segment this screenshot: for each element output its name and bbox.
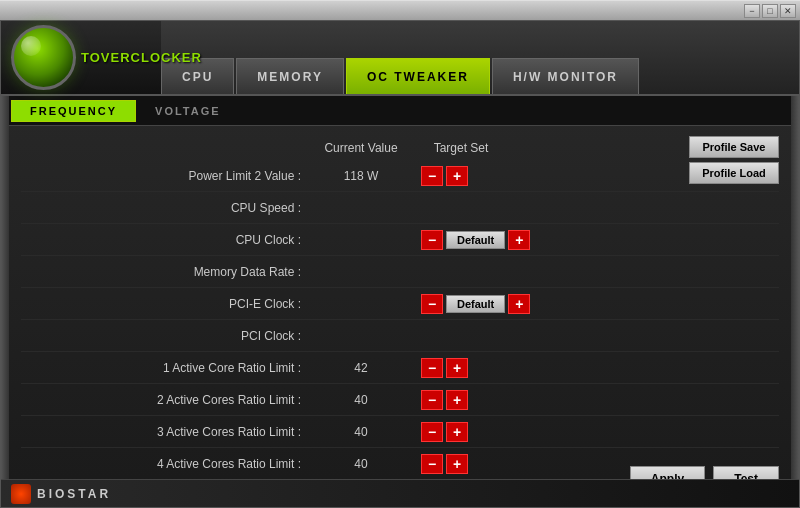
setting-current-value: 40 xyxy=(311,393,411,407)
setting-label: PCI-E Clock : xyxy=(21,297,311,311)
main-container: TOVERCLOCKER CPU Memory OC Tweaker H/W M… xyxy=(0,20,800,508)
table-row: Memory Data Rate : xyxy=(21,256,779,288)
logo-prefix: T xyxy=(81,50,90,65)
table-header: Current Value Target Set xyxy=(21,141,779,155)
default-button[interactable]: Default xyxy=(446,295,505,313)
setting-label: 1 Active Core Ratio Limit : xyxy=(21,361,311,375)
setting-label: 4 Active Cores Ratio Limit : xyxy=(21,457,311,471)
tabs-area: CPU Memory OC Tweaker H/W Monitor xyxy=(161,21,799,94)
profile-load-button[interactable]: Profile Load xyxy=(689,162,779,184)
table-row: PCI-E Clock : Default xyxy=(21,288,779,320)
increase-button[interactable] xyxy=(446,454,468,474)
content-area: Profile Save Profile Load Current Value … xyxy=(1,126,799,508)
decrease-button[interactable] xyxy=(421,422,443,442)
table-row: CPU Speed : xyxy=(21,192,779,224)
increase-button[interactable] xyxy=(446,422,468,442)
table-row: 3 Active Cores Ratio Limit : 40 xyxy=(21,416,779,448)
increase-button[interactable] xyxy=(508,294,530,314)
biostar-icon xyxy=(11,484,31,504)
setting-controls: Default xyxy=(421,230,530,250)
decrease-button[interactable] xyxy=(421,294,443,314)
table-row: PCI Clock : xyxy=(21,320,779,352)
default-button[interactable]: Default xyxy=(446,231,505,249)
setting-controls xyxy=(421,390,468,410)
sub-tab-frequency[interactable]: Frequency xyxy=(11,100,136,122)
setting-current-value: 40 xyxy=(311,457,411,471)
setting-controls xyxy=(421,454,468,474)
title-bar: − □ ✕ xyxy=(0,0,800,20)
sub-tabs-bar: Frequency Voltage xyxy=(1,96,799,126)
table-row: Power Limit 2 Value : 118 W xyxy=(21,160,779,192)
close-button[interactable]: ✕ xyxy=(780,4,796,18)
col-target-header: Target Set xyxy=(411,141,511,155)
setting-label: 2 Active Cores Ratio Limit : xyxy=(21,393,311,407)
table-row: 2 Active Cores Ratio Limit : 40 xyxy=(21,384,779,416)
setting-label: CPU Clock : xyxy=(21,233,311,247)
profile-save-button[interactable]: Profile Save xyxy=(689,136,779,158)
decrease-button[interactable] xyxy=(421,358,443,378)
col-current-header: Current Value xyxy=(311,141,411,155)
tab-hw-monitor[interactable]: H/W Monitor xyxy=(492,58,639,94)
increase-button[interactable] xyxy=(508,230,530,250)
setting-label: Memory Data Rate : xyxy=(21,265,311,279)
setting-current-value: 40 xyxy=(311,425,411,439)
setting-label: CPU Speed : xyxy=(21,201,311,215)
setting-current-value: 118 W xyxy=(311,169,411,183)
setting-controls xyxy=(421,422,468,442)
table-row: CPU Clock : Default xyxy=(21,224,779,256)
logo-area: TOVERCLOCKER xyxy=(1,21,161,94)
biostar-bar: BIOSTAR xyxy=(1,479,799,507)
decrease-button[interactable] xyxy=(421,166,443,186)
increase-button[interactable] xyxy=(446,358,468,378)
maximize-button[interactable]: □ xyxy=(762,4,778,18)
logo-circle xyxy=(11,25,76,90)
setting-controls xyxy=(421,166,468,186)
settings-table: Power Limit 2 Value : 118 W CPU Speed : … xyxy=(21,160,779,508)
tab-memory[interactable]: Memory xyxy=(236,58,344,94)
biostar-text: BIOSTAR xyxy=(37,487,111,501)
profile-buttons: Profile Save Profile Load xyxy=(689,136,779,184)
setting-controls: Default xyxy=(421,294,530,314)
minimize-button[interactable]: − xyxy=(744,4,760,18)
setting-controls xyxy=(421,358,468,378)
setting-label: PCI Clock : xyxy=(21,329,311,343)
decrease-button[interactable] xyxy=(421,230,443,250)
setting-label: 3 Active Cores Ratio Limit : xyxy=(21,425,311,439)
increase-button[interactable] xyxy=(446,390,468,410)
header: TOVERCLOCKER CPU Memory OC Tweaker H/W M… xyxy=(1,21,799,96)
setting-label: Power Limit 2 Value : xyxy=(21,169,311,183)
logo-text: TOVERCLOCKER xyxy=(81,50,202,65)
sub-tab-voltage[interactable]: Voltage xyxy=(136,100,240,122)
decrease-button[interactable] xyxy=(421,454,443,474)
window-controls: − □ ✕ xyxy=(744,4,796,18)
setting-current-value: 42 xyxy=(311,361,411,375)
decrease-button[interactable] xyxy=(421,390,443,410)
table-row: 1 Active Core Ratio Limit : 42 xyxy=(21,352,779,384)
increase-button[interactable] xyxy=(446,166,468,186)
tab-oc-tweaker[interactable]: OC Tweaker xyxy=(346,58,490,94)
